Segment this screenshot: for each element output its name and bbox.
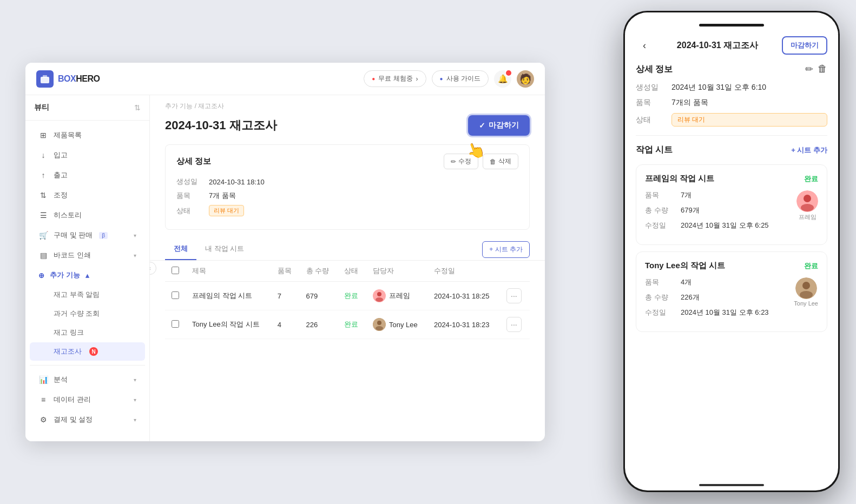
phone-edit-button[interactable]: ✏: [805, 63, 813, 75]
qty-value: 226개: [681, 293, 789, 302]
sidebar-item-purchase[interactable]: 🛒 구매 및 판매 β ▾: [30, 226, 145, 245]
sheet-card-2-avatar-container: Tony Lee: [794, 277, 818, 323]
row2-more-button[interactable]: ···: [506, 317, 522, 332]
sheet-card-2-row-qty: 총 수량 226개: [645, 293, 789, 302]
modified-label: 수정일: [645, 308, 677, 317]
user-avatar[interactable]: 🧑: [517, 70, 534, 88]
detail-row-date: 생성일 2024-10-31 18:10: [176, 177, 518, 187]
phone-divider: [636, 135, 827, 136]
sidebar-item-barcode[interactable]: ▤ 바코드 인쇄 ▾: [30, 246, 145, 265]
header-right: ● 무료 체험중 › ● 사용 가이드 🔔 🧑: [364, 70, 534, 88]
phone-detail-actions: ✏ 🗑: [805, 63, 827, 75]
history-icon: ☰: [38, 211, 48, 220]
detail-row-status: 상태 리뷰 대기: [176, 205, 518, 216]
svg-point-10: [801, 204, 814, 211]
phone-sheet-card-2: Tony Lee의 작업 시트 완료 품목 4개 총 수량 226개: [636, 251, 827, 332]
row1-avatar: [373, 289, 386, 302]
notch-bar: [699, 24, 764, 26]
row1-items: 7: [271, 282, 300, 310]
edit-button[interactable]: ✏ 수정: [444, 154, 478, 169]
phone-back-button[interactable]: ‹: [636, 37, 653, 54]
workspace-selector[interactable]: 뷰티 ⇅: [25, 95, 149, 121]
row1-modified: 2024-10-31 18:25: [427, 282, 500, 310]
row1-title[interactable]: 프레임의 작업 시트: [186, 282, 271, 310]
row1-checkbox[interactable]: [172, 291, 179, 299]
guide-label: 사용 가이드: [446, 74, 480, 83]
tab-my[interactable]: 내 작업 시트: [196, 238, 253, 260]
sidebar-item-stock-alert[interactable]: 재고 부족 알림: [30, 286, 145, 304]
phone-detail-title: 상세 정보: [636, 64, 673, 75]
phone-bottom-bar: [625, 472, 838, 490]
sheet-card-2-title: Tony Lee의 작업 시트: [645, 261, 725, 271]
notification-button[interactable]: 🔔: [494, 70, 511, 88]
row2-checkbox[interactable]: [172, 320, 179, 328]
phone-delete-button[interactable]: 🗑: [818, 63, 827, 75]
phone-finish-button[interactable]: 마감하기: [782, 36, 827, 55]
modified-value: 2024년 10월 31일 오후 6:25: [681, 221, 792, 230]
row2-title[interactable]: Tony Lee의 작업 시트: [186, 310, 271, 339]
phone-sheets-section: 작업 시트 + 시트 추가 프레임의 작업 시트 완료 품목 7개: [636, 144, 827, 332]
extra-features-icon: ⊕: [38, 271, 44, 280]
app-body: 뷰티 ⇅ ⊞ 제품목록 ↓ 입고 ↑ 출고 ⇅ 조정: [25, 95, 545, 441]
finish-button[interactable]: ✓ 마감하기: [468, 115, 530, 136]
trial-arrow: ›: [416, 75, 418, 83]
analytics-label: 분석: [54, 375, 68, 384]
sidebar-item-data-mgmt[interactable]: ≡ 데이터 관리 ▾: [30, 390, 145, 409]
frame-avatar: [796, 190, 818, 212]
checkmark-icon: ✓: [479, 121, 485, 130]
detail-section-header: 상세 정보 ✏ 수정 🗑 삭제: [176, 154, 518, 169]
sidebar-item-stock-check[interactable]: 재고조사 N: [30, 342, 145, 361]
sheet-card-1-avatar-container: 프레임: [796, 190, 818, 236]
items-value: 4개: [681, 277, 789, 287]
sheet-card-2-header: Tony Lee의 작업 시트 완료: [645, 261, 818, 271]
page-header: 2024-10-31 재고조사 ✓ 마감하기: [150, 113, 545, 144]
sidebar-item-history[interactable]: ☰ 히스토리: [30, 205, 145, 225]
trial-button[interactable]: ● 무료 체험중 ›: [364, 70, 426, 87]
select-all-checkbox[interactable]: [172, 267, 179, 274]
sidebar-item-inbound[interactable]: ↓ 입고: [30, 145, 145, 165]
sidebar-item-settings[interactable]: ⚙ 결제 및 설정 ▾: [30, 410, 145, 429]
delete-button[interactable]: 🗑 삭제: [483, 154, 518, 169]
trash-icon: 🗑: [490, 158, 496, 165]
phone-detail-row-date: 생성일 2024년 10월 31일 오후 6:10: [636, 83, 827, 92]
row1-more-button[interactable]: ···: [506, 288, 522, 303]
chevron-down-icon: ▾: [134, 397, 136, 403]
beta-badge: β: [99, 232, 108, 239]
sidebar-item-stock-link[interactable]: 재고 링크: [30, 323, 145, 342]
phone-date-value: 2024년 10월 31일 오후 6:10: [671, 83, 827, 92]
stock-link-label: 재고 링크: [54, 328, 84, 337]
sidebar-item-label: 입고: [54, 150, 68, 160]
svg-point-6: [377, 321, 381, 325]
table-header-actions: [500, 261, 530, 282]
sidebar-item-label: 히스토리: [54, 210, 82, 220]
sidebar-item-products[interactable]: ⊞ 제품목록: [30, 125, 145, 145]
date-value: 2024-10-31 18:10: [209, 178, 265, 186]
page-title: 2024-10-31 재고조사: [165, 117, 277, 134]
new-badge: N: [89, 347, 98, 356]
detail-row-items: 품목 7개 품목: [176, 191, 518, 201]
sidebar-item-label: 조정: [54, 190, 68, 200]
row2-assignee-name: Tony Lee: [389, 321, 418, 329]
detail-actions: ✏ 수정 🗑 삭제: [444, 154, 518, 169]
trial-label: 무료 체험중: [378, 74, 412, 83]
table-header-checkbox: [165, 261, 186, 282]
sheet-card-1-row-modified: 수정일 2024년 10월 31일 오후 6:25: [645, 221, 792, 230]
sheet-card-2-details: 품목 4개 총 수량 226개 수정일 2024년 10월 31일 오후 6:2…: [645, 277, 789, 323]
guide-button[interactable]: ● 사용 가이드: [432, 70, 489, 87]
chevron-down-icon: ▾: [134, 233, 136, 238]
chevron-down-icon: ▾: [134, 253, 136, 258]
sidebar-item-analytics[interactable]: 📊 분석 ▾: [30, 370, 145, 389]
sidebar-item-extra-features[interactable]: ⊕ 추가 기능 ▴: [30, 266, 145, 285]
items-label: 품목: [176, 191, 198, 201]
phone-add-sheet-button[interactable]: + 시트 추가: [791, 145, 827, 155]
edit-label: 수정: [458, 157, 471, 166]
phone-items-label: 품목: [636, 98, 668, 108]
sidebar-item-adjust[interactable]: ⇅ 조정: [30, 185, 145, 205]
tab-all[interactable]: 전체: [165, 238, 196, 260]
phone-sheets-title: 작업 시트: [636, 144, 673, 156]
sidebar-item-outbound[interactable]: ↑ 출고: [30, 165, 145, 185]
add-sheet-button[interactable]: + 시트 추가: [482, 241, 530, 258]
sidebar-item-history-qty[interactable]: 과거 수량 조회: [30, 304, 145, 323]
adjust-icon: ⇅: [38, 191, 48, 200]
phone-page-title: 2024-10-31 재고조사: [677, 40, 758, 51]
